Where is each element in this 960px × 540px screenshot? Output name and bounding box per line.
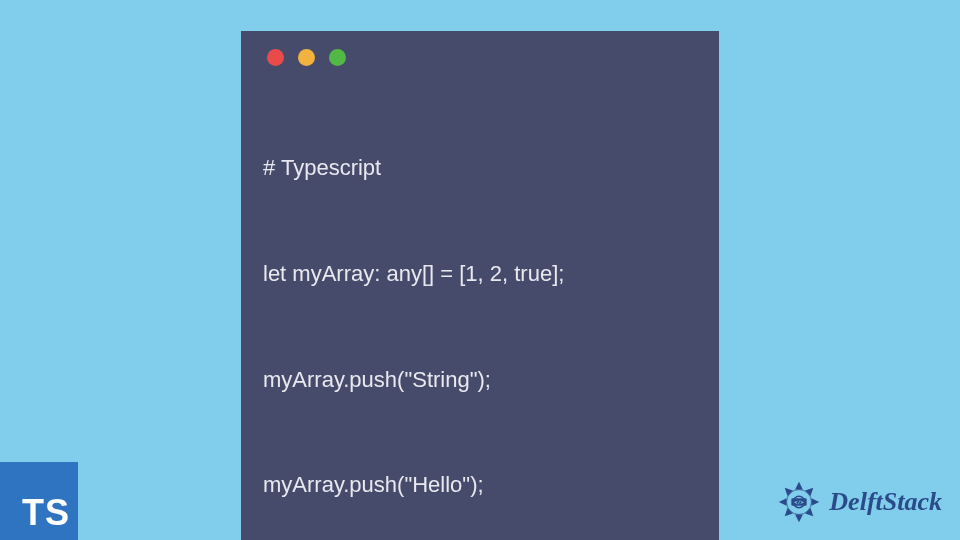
minimize-icon	[298, 49, 315, 66]
brand-name: DelftStack	[829, 487, 942, 517]
close-icon	[267, 49, 284, 66]
maximize-icon	[329, 49, 346, 66]
brand: </> DelftStack	[775, 478, 942, 526]
code-line: let myArray: any[] = [1, 2, true];	[263, 256, 697, 291]
typescript-logo-text: TS	[22, 492, 70, 534]
brand-logo-icon: </>	[775, 478, 823, 526]
typescript-logo: TS	[0, 462, 78, 540]
code-line: # Typescript	[263, 150, 697, 185]
code-window: # Typescript let myArray: any[] = [1, 2,…	[241, 31, 719, 540]
code-block: # Typescript let myArray: any[] = [1, 2,…	[263, 80, 697, 540]
window-titlebar	[263, 49, 697, 66]
code-line: myArray.push("String");	[263, 362, 697, 397]
code-line: myArray.push("Hello");	[263, 467, 697, 502]
svg-text:</>: </>	[795, 499, 805, 505]
